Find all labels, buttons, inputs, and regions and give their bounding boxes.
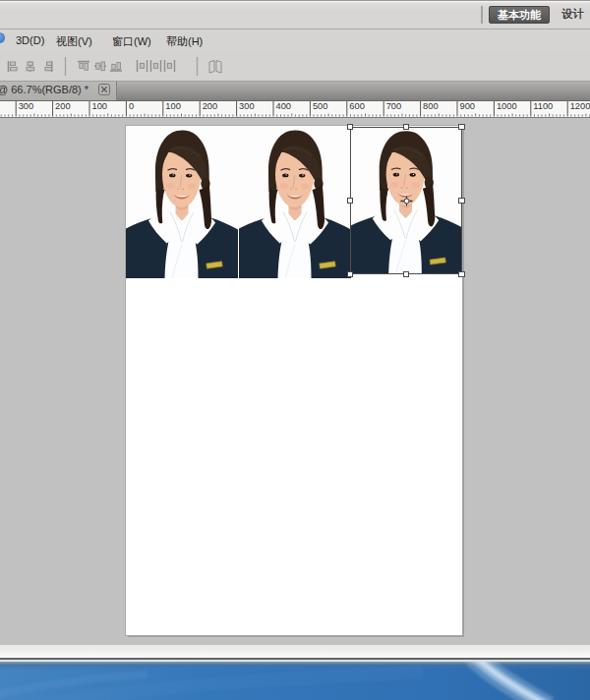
svg-text:100: 100 xyxy=(165,101,181,111)
svg-text:200: 200 xyxy=(203,101,218,111)
svg-text:300: 300 xyxy=(239,101,255,111)
svg-text:800: 800 xyxy=(423,101,439,111)
svg-text:100: 100 xyxy=(92,101,108,111)
svg-text:1000: 1000 xyxy=(497,101,517,111)
svg-text:0: 0 xyxy=(129,101,134,111)
svg-text:300: 300 xyxy=(19,101,34,111)
svg-text:500: 500 xyxy=(313,101,328,111)
svg-text:400: 400 xyxy=(276,101,292,111)
svg-text:700: 700 xyxy=(386,101,402,111)
svg-text:900: 900 xyxy=(460,101,476,111)
svg-text:1100: 1100 xyxy=(533,101,553,111)
svg-text:200: 200 xyxy=(55,101,71,111)
svg-text:600: 600 xyxy=(349,101,365,111)
svg-text:1200: 1200 xyxy=(570,101,590,111)
